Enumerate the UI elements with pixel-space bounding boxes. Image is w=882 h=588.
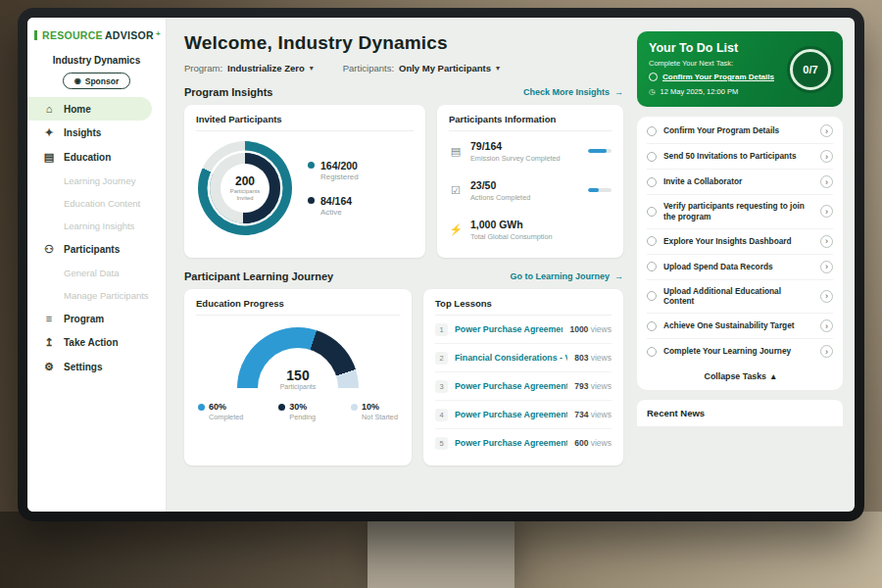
legend-value: 84/164 [320,195,352,207]
task-row-confirm-program[interactable]: Confirm Your Program Details › [647,119,833,144]
lesson-link[interactable]: Power Purchase Agreements 101 [455,324,563,334]
chevron-right-icon[interactable]: › [820,290,833,303]
legend-item-completed: 60% Completed [198,402,243,421]
todo-progress-count: 0/7 [803,64,817,75]
progress-fill [588,149,607,153]
invited-participants-body: 200 Participants Invited 164/200 Registe… [196,131,414,239]
legend-label: Active [320,208,352,217]
stat-label: Actions Completed [470,193,580,202]
go-to-learning-journey-link[interactable]: Go to Learning Journey → [510,271,623,281]
checkbox-icon[interactable] [647,347,657,357]
todo-next-task[interactable]: Confirm Your Program Details [649,73,782,81]
todo-progress-ring: 0/7 [787,46,834,93]
sponsor-icon: ◉ [74,76,81,85]
sponsor-badge[interactable]: ◉ Sponsor [63,73,130,89]
collapse-label: Collapse Tasks [705,371,766,381]
sidebar-item-participants[interactable]: ⚇ Participants [27,237,166,262]
sidebar-item-label: Participants [64,244,120,255]
legend-label: Registered [320,172,359,181]
check-more-insights-link[interactable]: Check More Insights → [523,87,623,97]
legend-item-registered: 164/200 Registered [308,160,359,181]
lesson-link[interactable]: Financial Considerations - VPPAs [455,353,567,363]
checkbox-icon[interactable] [647,177,657,187]
checkbox-icon[interactable] [647,152,657,162]
task-row-upload-educational-content[interactable]: Upload Additional Educational Content › [647,280,833,315]
stat-label: Total Global Consumption [470,232,580,241]
checkbox-icon[interactable] [647,262,657,271]
app-logo: RESOURCE ADVISOR + [27,29,166,41]
sidebar-item-label: Take Action [64,337,119,348]
lesson-link[interactable]: Power Purchase Agreements 102 [455,410,567,419]
lesson-link[interactable]: Power Purchase Agreements 101 [455,381,567,391]
sponsor-label: Sponsor [85,76,119,86]
legend-dot [198,404,205,411]
participants-icon: ⚇ [43,243,55,256]
chevron-right-icon[interactable]: › [820,205,833,218]
sidebar-item-take-action[interactable]: ↥ Take Action [27,330,166,355]
legend-dot [308,197,315,204]
checkbox-icon[interactable] [647,236,657,246]
lesson-views-label: views [591,324,612,334]
chevron-right-icon[interactable]: › [820,261,833,273]
sidebar-item-insights[interactable]: ✦ Insights [27,121,166,145]
program-insights-section-header: Program Insights Check More Insights → [184,86,623,98]
task-label: Invite a Collaborator [663,176,813,187]
checkbox-icon[interactable] [649,73,658,81]
chevron-right-icon[interactable]: › [820,124,833,137]
stat-row-actions-completed: ☑ 23/50 Actions Completed [449,171,612,210]
progress-fill [588,188,599,192]
task-label: Achieve One Sustainability Target [663,320,813,331]
due-date: 12 May 2025, 12:00 PM [661,87,739,96]
task-row-invite-collaborator[interactable]: Invite a Collaborator › [647,170,833,195]
top-lessons-card: Top Lessons 1 Power Purchase Agreements … [423,289,623,466]
chevron-right-icon[interactable]: › [820,175,833,188]
arrow-right-icon: → [614,271,623,281]
section-title: Program Insights [184,86,272,98]
checkbox-icon[interactable] [647,321,657,331]
lesson-row: 3 Power Purchase Agreements 101 793 view… [435,372,612,401]
legend-value: 30% [289,402,316,412]
lesson-views-count: 1000 [569,324,588,334]
logo-accent-bar [34,30,37,40]
collapse-tasks-link[interactable]: Collapse Tasks ▴ [647,364,833,388]
chevron-right-icon[interactable]: › [820,345,833,358]
chevron-right-icon[interactable]: › [820,150,833,163]
sidebar-item-learning-journey[interactable]: Learning Journey [27,170,166,192]
task-row-verify-participants[interactable]: Verify participants requesting to join t… [647,195,833,229]
sidebar-item-program[interactable]: ≡ Program [27,307,166,330]
education-progress-gauge: 150 Participants [237,327,359,388]
program-filter-dropdown[interactable]: Program: Industrialize Zero ▾ [184,63,314,74]
link-label: Go to Learning Journey [510,271,610,281]
sidebar-item-general-data[interactable]: General Data [27,262,166,284]
sidebar-item-home[interactable]: ⌂ Home [27,97,152,121]
legend-dot [308,162,315,169]
participants-filter-dropdown[interactable]: Participants: Only My Participants ▾ [343,63,500,74]
sidebar-item-label: Learning Journey [64,175,135,186]
task-row-achieve-target[interactable]: Achieve One Sustainability Target › [647,314,833,339]
org-name: Industry Dynamics [27,55,166,66]
learning-journey-cards: Education Progress 150 Participants [184,289,623,466]
sidebar-item-manage-participants[interactable]: Manage Participants [27,284,166,307]
chevron-right-icon[interactable]: › [820,235,833,248]
sidebar-item-settings[interactable]: ⚙ Settings [27,355,166,379]
chevron-up-icon: ▴ [771,371,775,381]
checkbox-icon[interactable] [647,291,657,301]
sidebar-item-education-content[interactable]: Education Content [27,192,166,215]
checkbox-icon[interactable] [647,207,657,217]
participants-filter-label: Participants: [343,63,394,74]
legend-item-not-started: 10% Not Started [351,402,398,421]
legend-value: 164/200 [320,160,359,172]
chevron-right-icon[interactable]: › [820,319,833,332]
task-row-send-invitations[interactable]: Send 50 Invitations to Participants › [647,144,833,170]
clock-icon: ◷ [649,87,656,96]
lesson-link[interactable]: Power Purchase Agreements 103 [455,438,567,448]
sidebar-item-education[interactable]: ▤ Education [27,145,166,170]
task-row-complete-learning-journey[interactable]: Complete Your Learning Journey › [647,339,833,364]
checkbox-icon[interactable] [647,126,657,136]
task-row-explore-insights[interactable]: Explore Your Insights Dashboard › [647,229,833,255]
task-row-upload-spend-data[interactable]: Upload Spend Data Records › [647,255,833,280]
lesson-views-count: 600 [574,438,588,448]
invited-legend: 164/200 Registered 84/164 Active [308,160,359,217]
sidebar-item-learning-insights[interactable]: Learning Insights [27,215,166,237]
lesson-views-label: views [591,438,612,448]
